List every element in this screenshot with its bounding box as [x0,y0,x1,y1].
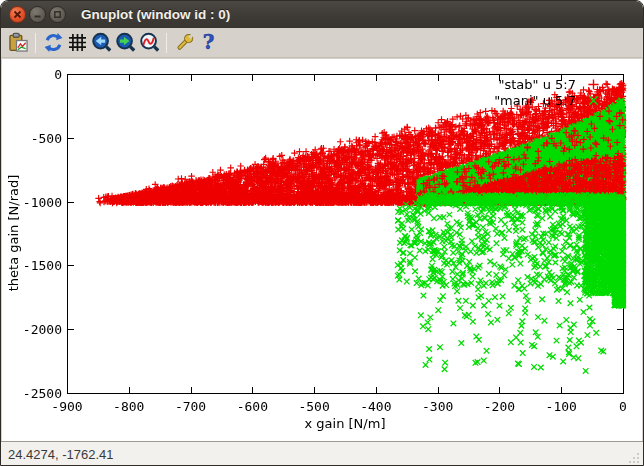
maximize-icon [53,10,62,19]
y-tick-label: -2000 [4,322,62,337]
svg-text:?: ? [202,32,214,53]
window-controls [1,6,66,23]
legend: "stab" u 5:7 "mani" u 5:7 [494,77,600,108]
toggle-grid-button[interactable] [65,30,89,56]
legend-row-stab: "stab" u 5:7 [494,77,600,92]
x-tick-label: -200 [467,399,531,414]
zoom-previous-icon [91,32,112,53]
toolbar: ? [1,28,643,58]
rescale-button[interactable] [137,30,161,56]
zoom-next-icon [115,32,136,53]
previous-zoom-button[interactable] [89,30,113,56]
cross-marker-icon [587,94,600,107]
minimize-button[interactable] [29,6,46,23]
copy-icon [8,32,29,53]
mouse-coordinates: 24.4274, -1762.41 [1,447,114,462]
next-zoom-button[interactable] [113,30,137,56]
close-button[interactable] [9,6,26,23]
window-title: Gnuplot (window id : 0) [81,7,230,22]
refresh-icon [43,32,64,53]
help-icon: ? [198,32,219,53]
status-bar: 24.4274, -1762.41 [1,441,643,466]
x-tick-label: -500 [282,399,346,414]
y-tick-label: -500 [4,131,62,146]
grid-icon [67,32,88,53]
help-button[interactable]: ? [196,30,220,56]
x-axis-label: x gain [N/m] [245,416,445,431]
gnuplot-window: Gnuplot (window id : 0) [0,0,644,466]
toolbar-separator [35,33,36,53]
maximize-button[interactable] [49,6,66,23]
x-tick-label: -600 [220,399,284,414]
x-tick-label: -400 [344,399,408,414]
replot-button[interactable] [41,30,65,56]
resize-grip[interactable] [627,451,640,464]
y-axis-label: theta gain [N/rad] [6,163,22,303]
x-tick-label: -800 [97,399,161,414]
toolbar-separator [166,33,167,53]
legend-label-stab: "stab" u 5:7 [499,77,576,92]
plus-marker-icon [587,78,600,91]
plot-canvas[interactable] [2,59,642,441]
y-tick-label: 0 [4,67,62,82]
options-button[interactable] [172,30,196,56]
x-tick-label: -900 [35,399,99,414]
x-tick-label: -700 [159,399,223,414]
copy-to-clipboard-button[interactable] [6,30,30,56]
y-tick-label: -2500 [4,386,62,401]
legend-label-mani: "mani" u 5:7 [494,93,576,108]
close-icon [13,10,22,19]
zoom-reset-icon [139,32,160,53]
plot-area: -900-800-700-600-500-400-300-200-10000-5… [2,59,642,441]
minimize-icon [33,10,42,19]
wrench-icon [174,32,195,53]
title-bar[interactable]: Gnuplot (window id : 0) [1,1,643,28]
x-tick-label: -100 [529,399,593,414]
x-tick-label: -300 [406,399,470,414]
legend-row-mani: "mani" u 5:7 [494,93,600,108]
x-tick-label: 0 [591,399,642,414]
